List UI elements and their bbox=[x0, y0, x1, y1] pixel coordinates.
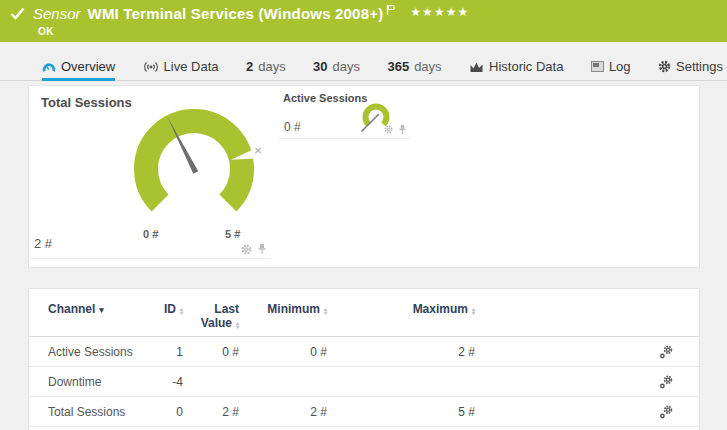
column-label: Value bbox=[201, 316, 232, 330]
channel-name[interactable]: Total Sessions bbox=[29, 397, 157, 427]
channel-minimum: 0 # bbox=[239, 337, 327, 367]
gauges-panel: Total Sessions 0 # 5 # 2 # bbox=[28, 85, 700, 268]
tab-settings[interactable]: Settings bbox=[658, 52, 723, 81]
channel-last-value: 2 # bbox=[183, 397, 239, 427]
channel-name[interactable]: Downtime bbox=[29, 367, 157, 397]
column-header-id[interactable]: ID▴▾ bbox=[157, 289, 183, 337]
gauge-icon bbox=[42, 61, 56, 73]
tab-label-unit: days bbox=[258, 59, 285, 74]
channel-id: -4 bbox=[157, 367, 183, 397]
column-header-maximum[interactable]: Maximum▴▾ bbox=[327, 289, 475, 337]
sensor-status-header: Sensor WMI Terminal Services (Windows 20… bbox=[0, 0, 727, 42]
chart-icon bbox=[469, 60, 484, 73]
widget-pin-icon[interactable] bbox=[257, 243, 267, 255]
status-badge: OK bbox=[38, 26, 54, 37]
broadcast-icon bbox=[143, 61, 159, 73]
column-label: Maximum bbox=[413, 302, 468, 316]
log-icon bbox=[591, 61, 604, 72]
tab-label: Live Data bbox=[164, 59, 219, 74]
sort-caret-icon: ▾ bbox=[99, 305, 104, 315]
column-label: Last bbox=[183, 302, 239, 316]
tab-bar: Overview Live Data 2 days 30 days 365 da… bbox=[0, 52, 727, 81]
sort-icon: ▴▾ bbox=[324, 307, 327, 315]
page-title: WMI Terminal Services (Windows 2008+) bbox=[88, 5, 384, 22]
tab-live-data[interactable]: Live Data bbox=[143, 52, 219, 81]
tab-365-days[interactable]: 365 days bbox=[387, 52, 441, 81]
gauge-widget-active-sessions: Active Sessions 0 # bbox=[279, 89, 411, 139]
limit-marker-icon bbox=[256, 148, 261, 153]
tab-label-number: 30 bbox=[313, 59, 327, 74]
table-header-row: Channel▾ ID▴▾ Last Value▴▾ Minimum▴▾ Max… bbox=[29, 289, 699, 337]
gear-icon bbox=[658, 60, 671, 73]
gauge-title: Total Sessions bbox=[41, 95, 132, 110]
column-label: Channel bbox=[48, 302, 95, 316]
sort-icon: ▴▾ bbox=[236, 321, 239, 329]
column-header-actions bbox=[475, 289, 699, 337]
channel-maximum: 2 # bbox=[327, 337, 475, 367]
channel-id: 1 bbox=[157, 337, 183, 367]
tab-label-unit: days bbox=[333, 59, 360, 74]
column-header-last-value[interactable]: Last Value▴▾ bbox=[183, 289, 239, 337]
channel-last-value bbox=[183, 367, 239, 397]
channel-last-value: 0 # bbox=[183, 337, 239, 367]
widget-gear-icon[interactable] bbox=[384, 125, 393, 134]
column-header-channel[interactable]: Channel▾ bbox=[29, 289, 157, 337]
tab-historic-data[interactable]: Historic Data bbox=[469, 52, 563, 81]
channel-id: 0 bbox=[157, 397, 183, 427]
tab-label: Overview bbox=[61, 59, 115, 74]
column-label: Minimum bbox=[267, 302, 320, 316]
gauge-widget-total-sessions: Total Sessions 0 # 5 # 2 # bbox=[31, 89, 271, 259]
total-sessions-gauge bbox=[129, 105, 272, 221]
table-row: Active Sessions 1 0 # 0 # 2 # bbox=[29, 337, 699, 367]
ok-check-icon bbox=[10, 7, 25, 20]
channel-maximum bbox=[327, 367, 475, 397]
tab-2-days[interactable]: 2 days bbox=[246, 52, 286, 81]
tab-label: Historic Data bbox=[489, 59, 563, 74]
table-row: Total Sessions 0 2 # 2 # 5 # bbox=[29, 397, 699, 427]
channel-table: Channel▾ ID▴▾ Last Value▴▾ Minimum▴▾ Max… bbox=[29, 289, 699, 427]
tab-log[interactable]: Log bbox=[591, 52, 631, 81]
column-label: ID bbox=[164, 302, 176, 316]
priority-stars[interactable]: ★★★★★ bbox=[410, 5, 469, 19]
channel-settings-icon[interactable] bbox=[659, 345, 673, 359]
sort-icon: ▴▾ bbox=[180, 307, 183, 315]
tab-label: Settings bbox=[676, 59, 723, 74]
channel-minimum bbox=[239, 367, 327, 397]
channel-maximum: 5 # bbox=[327, 397, 475, 427]
channels-panel: Channel▾ ID▴▾ Last Value▴▾ Minimum▴▾ Max… bbox=[28, 288, 700, 430]
tab-label: Log bbox=[609, 59, 631, 74]
channel-name[interactable]: Active Sessions bbox=[29, 337, 157, 367]
channel-settings-icon[interactable] bbox=[659, 375, 673, 389]
tab-label-unit: days bbox=[414, 59, 441, 74]
gauge-scale-max: 5 # bbox=[225, 228, 240, 240]
channel-minimum: 2 # bbox=[239, 397, 327, 427]
gauge-current-value: 2 # bbox=[34, 236, 52, 251]
widget-pin-icon[interactable] bbox=[398, 124, 407, 135]
object-kind-label: Sensor bbox=[33, 5, 81, 22]
gauge-current-value: 0 # bbox=[284, 120, 301, 134]
tab-label-number: 365 bbox=[387, 59, 409, 74]
priority-flag-icon[interactable] bbox=[386, 4, 396, 16]
sensor-overview-page: Sensor WMI Terminal Services (Windows 20… bbox=[0, 0, 727, 430]
column-header-minimum[interactable]: Minimum▴▾ bbox=[239, 289, 327, 337]
widget-gear-icon[interactable] bbox=[241, 244, 252, 255]
sort-icon: ▴▾ bbox=[472, 307, 475, 315]
gauge-title: Active Sessions bbox=[283, 92, 367, 104]
tab-overview[interactable]: Overview bbox=[42, 52, 115, 81]
tab-label-number: 2 bbox=[246, 59, 253, 74]
channel-settings-icon[interactable] bbox=[659, 405, 673, 419]
tab-30-days[interactable]: 30 days bbox=[313, 52, 360, 81]
gauge-scale-min: 0 # bbox=[143, 228, 158, 240]
table-row: Downtime -4 bbox=[29, 367, 699, 397]
